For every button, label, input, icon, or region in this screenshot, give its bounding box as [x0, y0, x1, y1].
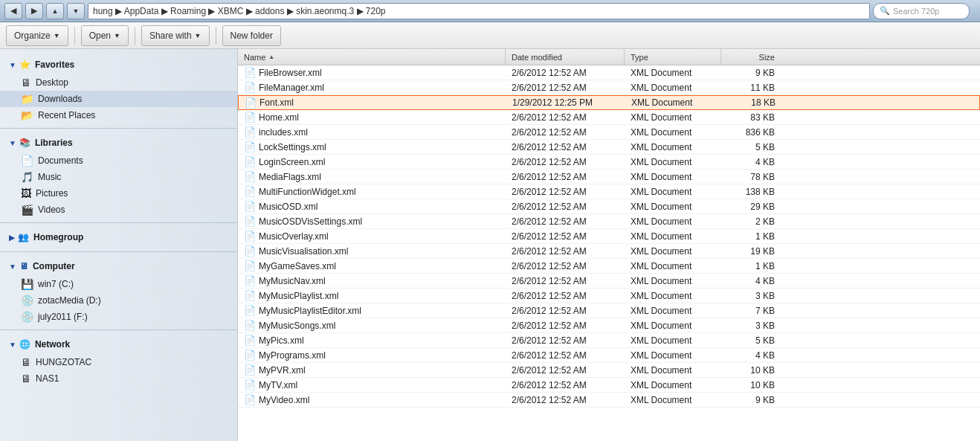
col-header-name[interactable]: Name ▲ [238, 49, 506, 65]
table-row[interactable]: 📄MyPrograms.xml2/6/2012 12:52 AMXML Docu… [238, 348, 980, 363]
col-header-date[interactable]: Date modified [506, 49, 625, 65]
table-row[interactable]: 📄FileBrowser.xml2/6/2012 12:52 AMXML Doc… [238, 65, 980, 80]
sidebar-item-downloads[interactable]: 📁 Downloads [0, 91, 237, 107]
file-cell-type: XML Document [625, 187, 721, 197]
file-cell-date: 2/6/2012 12:52 AM [506, 142, 625, 152]
libraries-header-text: Libraries [35, 138, 73, 148]
table-row[interactable]: 📄MyMusicSongs.xml2/6/2012 12:52 AMXML Do… [238, 318, 980, 333]
table-row[interactable]: 📄MusicOSD.xml2/6/2012 12:52 AMXML Docume… [238, 199, 980, 214]
xml-file-icon: 📄 [244, 305, 256, 316]
xml-file-icon: 📄 [244, 379, 256, 390]
column-header: Name ▲ Date modified Type Size [238, 49, 980, 65]
file-cell-date: 2/6/2012 12:52 AM [506, 157, 625, 167]
sidebar-item-win7c[interactable]: 💾 win7 (C:) [0, 276, 237, 292]
sidebar-item-pictures[interactable]: 🖼 Pictures [0, 185, 237, 202]
file-cell-type: XML Document [625, 97, 722, 108]
xml-file-icon: 📄 [244, 394, 256, 405]
sidebar-item-july2011[interactable]: 💿 july2011 (F:) [0, 309, 237, 325]
file-cell-size: 18 KB [722, 97, 781, 108]
file-cell-name: 📄MyMusicSongs.xml [238, 320, 506, 331]
table-row[interactable]: 📄Home.xml2/6/2012 12:52 AMXML Document83… [238, 110, 980, 125]
table-row[interactable]: 📄MediaFlags.xml2/6/2012 12:52 AMXML Docu… [238, 170, 980, 184]
file-cell-type: XML Document [625, 321, 721, 331]
table-row[interactable]: 📄MusicVisualisation.xml2/6/2012 12:52 AM… [238, 244, 980, 259]
table-row[interactable]: 📄LoginScreen.xml2/6/2012 12:52 AMXML Doc… [238, 155, 980, 170]
share-button[interactable]: Share with ▼ [141, 25, 210, 46]
xml-file-icon: 📄 [244, 245, 256, 257]
table-row[interactable]: 📄MyPVR.xml2/6/2012 12:52 AMXML Document1… [238, 363, 980, 378]
table-row[interactable]: 📄MusicOSDVisSettings.xml2/6/2012 12:52 A… [238, 214, 980, 229]
sidebar-item-nas1[interactable]: 🖥 NAS1 [0, 370, 237, 387]
open-label: Open [89, 30, 111, 41]
file-cell-date: 2/6/2012 12:52 AM [506, 365, 625, 376]
new-folder-button[interactable]: New folder [222, 25, 281, 46]
favorites-section-header[interactable]: ▼ ⭐ Favorites [0, 55, 237, 74]
col-header-type[interactable]: Type [625, 49, 721, 65]
table-row[interactable]: 📄LockSettings.xml2/6/2012 12:52 AMXML Do… [238, 140, 980, 155]
recent-button[interactable]: ▼ [67, 3, 85, 19]
file-name: MyVideo.xml [259, 395, 309, 405]
file-name: MyPics.xml [259, 335, 304, 346]
organize-button[interactable]: Organize ▼ [6, 25, 68, 46]
sidebar-item-music-label: Music [38, 172, 61, 182]
table-row[interactable]: 📄MultiFunctionWidget.xml2/6/2012 12:52 A… [238, 184, 980, 199]
table-row[interactable]: 📄includes.xml2/6/2012 12:52 AMXML Docume… [238, 125, 980, 140]
sidebar-item-recent-places-label: Recent Places [38, 110, 95, 120]
file-cell-date: 2/6/2012 12:52 AM [506, 172, 625, 182]
file-cell-type: XML Document [625, 216, 721, 227]
file-cell-type: XML Document [625, 112, 721, 123]
file-cell-date: 2/6/2012 12:52 AM [506, 231, 625, 242]
file-cell-name: 📄MyMusicPlaylistEditor.xml [238, 305, 506, 316]
table-row[interactable]: 📄MyMusicPlaylistEditor.xml2/6/2012 12:52… [238, 303, 980, 318]
file-name: MyGameSaves.xml [259, 261, 336, 271]
table-row[interactable]: 📄MyMusicPlaylist.xml2/6/2012 12:52 AMXML… [238, 289, 980, 303]
table-row[interactable]: 📄MyVideo.xml2/6/2012 12:52 AMXML Documen… [238, 393, 980, 408]
table-row[interactable]: 📄MusicOverlay.xml2/6/2012 12:52 AMXML Do… [238, 229, 980, 244]
file-name: MediaFlags.xml [259, 172, 321, 182]
file-cell-name: 📄MyGameSaves.xml [238, 260, 506, 271]
downloads-icon: 📁 [21, 93, 33, 105]
forward-button[interactable]: ▶ [25, 3, 43, 19]
sidebar-item-music[interactable]: 🎵 Music [0, 169, 237, 185]
file-name: MyMusicPlaylistEditor.xml [259, 306, 361, 316]
file-cell-name: 📄LockSettings.xml [238, 141, 506, 152]
table-row[interactable]: 📄MyPics.xml2/6/2012 12:52 AMXML Document… [238, 333, 980, 348]
toolbar-separator-2 [135, 27, 135, 45]
music-icon: 🎵 [21, 171, 33, 183]
libraries-section-header[interactable]: ▼ 📚 Libraries [0, 133, 237, 152]
computer-section-header[interactable]: ▼ 🖥 Computer [0, 257, 237, 276]
up-button[interactable]: ▲ [46, 3, 64, 19]
table-row[interactable]: 📄FileManager.xml2/6/2012 12:52 AMXML Doc… [238, 80, 980, 95]
table-row[interactable]: 📄MyGameSaves.xml2/6/2012 12:52 AMXML Doc… [238, 259, 980, 274]
sidebar-item-videos[interactable]: 🎬 Videos [0, 202, 237, 218]
file-name: includes.xml [259, 127, 308, 138]
homegroup-section-header[interactable]: ▶ 👥 Homegroup [0, 228, 237, 247]
sidebar-item-documents[interactable]: 📄 Documents [0, 152, 237, 169]
search-bar[interactable]: 🔍 Search 720p [873, 3, 970, 19]
table-row[interactable]: 📄MyTV.xml2/6/2012 12:52 AMXML Document10… [238, 378, 980, 393]
sidebar-item-hungzotac[interactable]: 🖥 HUNGZOTAC [0, 354, 237, 370]
network-section-header[interactable]: ▼ 🌐 Network [0, 335, 237, 354]
file-cell-date: 2/6/2012 12:52 AM [506, 350, 625, 361]
libraries-arrow-icon: ▼ [9, 139, 16, 147]
sidebar-item-recent-places[interactable]: 📂 Recent Places [0, 107, 237, 123]
file-cell-type: XML Document [625, 395, 721, 405]
xml-file-icon: 📄 [244, 364, 256, 376]
open-button[interactable]: Open ▼ [81, 25, 129, 46]
back-button[interactable]: ◀ [4, 3, 22, 19]
open-dropdown-icon: ▼ [114, 32, 120, 39]
sidebar-item-zotacmedia[interactable]: 💿 zotacMedia (D:) [0, 292, 237, 309]
file-cell-type: XML Document [625, 335, 721, 346]
address-bar[interactable]: hung ▶ AppData ▶ Roaming ▶ XBMC ▶ addons… [88, 3, 870, 19]
xml-file-icon: 📄 [244, 82, 256, 93]
file-name: MusicOSD.xml [259, 202, 317, 212]
table-row[interactable]: 📄Font.xml1/29/2012 12:25 PMXML Document1… [238, 95, 980, 110]
sidebar-item-desktop[interactable]: 🖥 Desktop [0, 74, 237, 91]
col-header-size[interactable]: Size [721, 49, 781, 65]
file-cell-date: 2/6/2012 12:52 AM [506, 395, 625, 405]
xml-file-icon: 📄 [244, 67, 256, 78]
col-type-label: Type [631, 53, 648, 62]
file-cell-name: 📄MyPrograms.xml [238, 350, 506, 361]
file-name: MusicVisualisation.xml [259, 246, 349, 257]
table-row[interactable]: 📄MyMusicNav.xml2/6/2012 12:52 AMXML Docu… [238, 274, 980, 289]
